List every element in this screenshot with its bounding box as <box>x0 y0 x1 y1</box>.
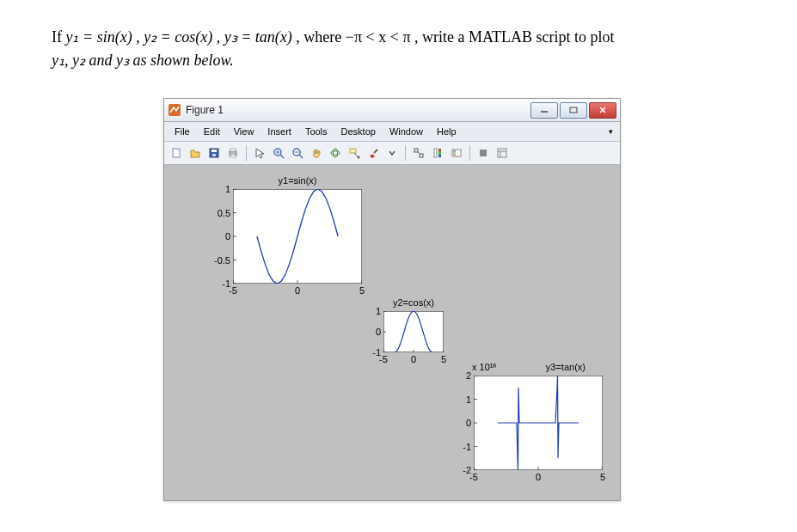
matlab-figure-icon <box>168 103 181 117</box>
maximize-button[interactable] <box>560 102 587 119</box>
pointer-icon[interactable] <box>251 144 268 162</box>
toolbar-separator <box>405 145 406 161</box>
toolbar-separator <box>246 145 247 161</box>
axes2-xtick: 0 <box>411 352 416 364</box>
svg-rect-3 <box>173 149 180 157</box>
axes3-xtick: 0 <box>536 470 541 482</box>
axes3-xtick: 5 <box>600 470 605 482</box>
brush-icon[interactable] <box>365 144 382 162</box>
svg-point-20 <box>358 156 360 159</box>
legend-icon[interactable] <box>448 144 465 162</box>
axes-y3-tan[interactable]: y3=tan(x) x 10¹⁶ 2 1 0 -1 -2 -5 0 5 <box>474 376 603 470</box>
new-file-icon[interactable] <box>168 144 185 162</box>
axes3-ytick: -1 <box>463 442 474 452</box>
svg-rect-32 <box>498 149 506 157</box>
svg-line-11 <box>280 155 284 158</box>
svg-rect-0 <box>169 104 181 116</box>
axes1-xtick: 0 <box>295 284 300 296</box>
matlab-figure-window: Figure 1 File Edit View Insert Tools Des… <box>163 98 621 501</box>
axes-y2-cos[interactable]: y2=cos(x) 1 0 -1 -5 0 5 <box>383 311 444 352</box>
figure-toolbar <box>164 142 620 165</box>
axes2-title: y2=cos(x) <box>383 297 444 308</box>
menu-bar: File Edit View Insert Tools Desktop Wind… <box>164 122 620 142</box>
close-button[interactable] <box>589 102 616 119</box>
axes2-xtick: 5 <box>441 352 446 364</box>
svg-line-21 <box>374 150 377 153</box>
menu-edit[interactable]: Edit <box>197 126 227 137</box>
hide-tools-icon[interactable] <box>475 144 492 162</box>
q-line2: y₁, y₂ and y₃ as shown below. <box>52 52 234 69</box>
q-tail: , write a MATLAB script to plot <box>414 28 614 46</box>
show-tools-icon[interactable] <box>494 144 511 162</box>
axes-y1-sin[interactable]: y1=sin(x) 1 0.5 0 -0.5 -1 -5 0 5 <box>233 189 362 284</box>
q-sep1: , <box>136 28 144 46</box>
menu-view[interactable]: View <box>227 126 261 137</box>
svg-rect-26 <box>438 149 441 157</box>
q-y2: y₂ = cos(x) <box>144 28 212 46</box>
menu-tools[interactable]: Tools <box>298 126 334 137</box>
toolbar-dropdown-icon[interactable]: ▾ <box>605 127 616 136</box>
data-cursor-icon[interactable] <box>346 144 363 162</box>
svg-rect-2 <box>570 107 577 113</box>
svg-rect-19 <box>350 149 356 153</box>
svg-line-15 <box>299 155 303 158</box>
print-icon[interactable] <box>224 144 242 162</box>
menu-insert[interactable]: Insert <box>261 126 298 137</box>
zoom-in-icon[interactable] <box>270 144 287 162</box>
axes1-ytick: 0.5 <box>218 208 233 218</box>
link-dropdown-icon[interactable] <box>383 144 401 162</box>
svg-rect-5 <box>212 150 217 152</box>
minimize-button[interactable] <box>530 102 558 119</box>
axes1-xtick: 5 <box>359 284 365 296</box>
link-plot-icon[interactable] <box>410 144 427 162</box>
save-icon[interactable] <box>205 144 223 162</box>
pan-hand-icon[interactable] <box>308 144 325 162</box>
svg-point-18 <box>334 149 338 157</box>
menu-window[interactable]: Window <box>383 126 430 137</box>
svg-rect-9 <box>230 155 236 157</box>
svg-rect-22 <box>414 149 418 152</box>
svg-rect-25 <box>434 149 437 157</box>
window-titlebar[interactable]: Figure 1 <box>164 99 620 122</box>
svg-rect-23 <box>420 154 423 157</box>
menu-file[interactable]: File <box>168 126 197 137</box>
q-prefix: If <box>52 28 66 46</box>
question-text: If y₁ = sin(x) , y₂ = cos(x) , y₃ = tan(… <box>52 26 745 72</box>
q-y1: y₁ = sin(x) <box>66 28 132 46</box>
q-where: , where <box>296 28 345 46</box>
menu-help[interactable]: Help <box>430 126 463 137</box>
axes1-ytick: -0.5 <box>214 255 233 266</box>
svg-rect-31 <box>480 150 487 156</box>
figure-canvas: y1=sin(x) 1 0.5 0 -0.5 -1 -5 0 5 y2=cos(… <box>164 165 620 500</box>
colorbar-icon[interactable] <box>429 144 446 162</box>
window-title: Figure 1 <box>186 104 529 116</box>
axes1-ytick: 0 <box>225 231 233 242</box>
rotate-3d-icon[interactable] <box>327 144 344 162</box>
axes2-ytick: 1 <box>376 306 383 316</box>
menu-desktop[interactable]: Desktop <box>334 126 383 137</box>
axes2-xtick: -5 <box>379 352 388 364</box>
toolbar-separator <box>469 145 470 161</box>
svg-point-17 <box>331 151 340 156</box>
svg-rect-6 <box>212 154 216 156</box>
q-y3: y₃ = tan(x) <box>224 28 292 46</box>
axes2-ytick: 0 <box>376 327 383 337</box>
q-sep2: , <box>217 28 224 46</box>
svg-line-24 <box>418 152 420 154</box>
axes3-ytick: 0 <box>466 418 474 428</box>
axes3-ytick: 2 <box>466 370 474 381</box>
svg-rect-44 <box>383 311 444 352</box>
axes1-xtick: -5 <box>229 284 237 296</box>
axes1-ytick: 1 <box>225 184 233 194</box>
axes3-ytick: 1 <box>466 394 474 405</box>
axes3-xtick: -5 <box>469 470 478 482</box>
svg-rect-8 <box>230 149 236 151</box>
zoom-out-icon[interactable] <box>289 144 306 162</box>
axes3-multiplier: x 10¹⁶ <box>472 362 496 373</box>
axes1-title: y1=sin(x) <box>233 175 362 186</box>
q-range: −π < x < π <box>346 28 411 46</box>
open-folder-icon[interactable] <box>187 144 204 162</box>
